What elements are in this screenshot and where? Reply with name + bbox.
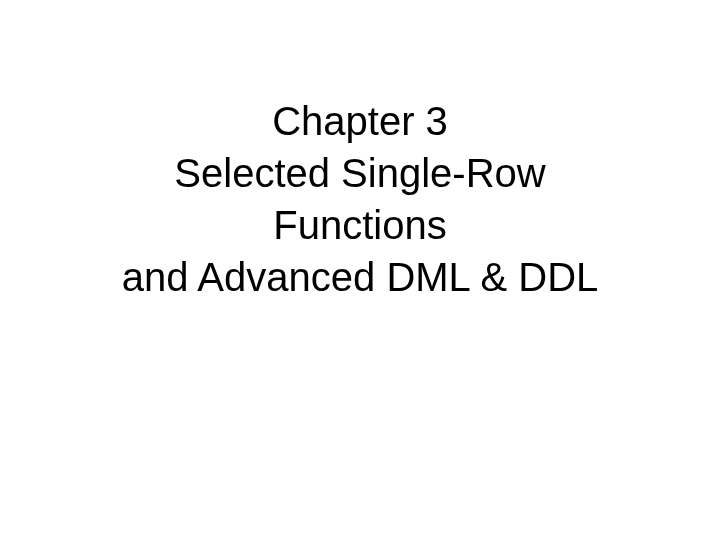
title-line-4: and Advanced DML & DDL: [122, 251, 599, 303]
title-line-1: Chapter 3: [122, 95, 599, 147]
title-line-2: Selected Single-Row: [122, 147, 599, 199]
title-line-3: Functions: [122, 199, 599, 251]
slide-title: Chapter 3 Selected Single-Row Functions …: [122, 95, 599, 303]
